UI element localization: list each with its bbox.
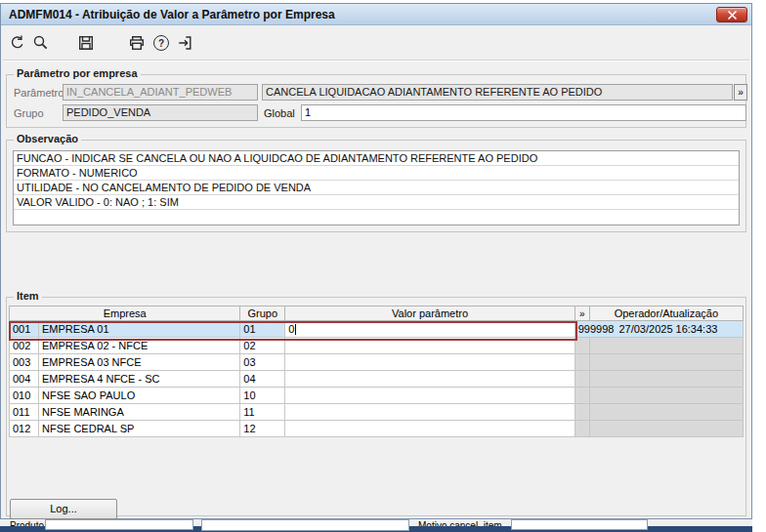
cell-valor[interactable]: [285, 388, 574, 404]
observacao-group-title: Observação: [14, 133, 81, 144]
param-label: Parâmetro: [14, 87, 64, 99]
valor-edit-cell[interactable]: 0: [285, 321, 574, 338]
window-title: ADMFM014 - Atribuição de Valor a Parâmet…: [9, 8, 335, 21]
table-row[interactable]: 011 NFSE MARINGA 11: [10, 404, 744, 421]
text-caret: [295, 324, 296, 335]
observacao-line[interactable]: VALOR VALIDO - 0: NAO ; 1: SIM: [14, 195, 739, 210]
search-icon: [32, 34, 50, 52]
cell-expand: [574, 388, 589, 404]
cell-expand: [574, 371, 589, 388]
global-label: Global: [264, 107, 295, 119]
close-button[interactable]: [716, 7, 747, 22]
undo-button[interactable]: [8, 33, 27, 53]
observacao-line[interactable]: FORMATO - NUMERICO: [14, 166, 739, 181]
cell-expand: [574, 354, 589, 371]
grid-header-row: Empresa Grupo Valor parâmetro » Operador…: [10, 307, 744, 321]
grupo-field[interactable]: PEDIDO_VENDA: [63, 104, 258, 121]
row-num: 011: [10, 404, 39, 421]
row-num: 002: [10, 338, 39, 354]
cell-empresa[interactable]: NFSE CEDRAL SP: [39, 421, 240, 437]
cell-grupo[interactable]: 02: [240, 338, 285, 354]
background-field[interactable]: [45, 519, 193, 530]
observacao-list: FUNCAO - INDICAR SE CANCELA OU NAO A LIQ…: [13, 150, 740, 225]
screen: ADMFM014 - Atribuição de Valor a Parâmet…: [0, 0, 766, 532]
param-expand-button[interactable]: »: [734, 84, 747, 101]
param-group-title: Parâmetro por empresa: [14, 67, 141, 79]
item-grid: Empresa Grupo Valor parâmetro » Operador…: [9, 306, 744, 437]
operador-code: 999998: [578, 323, 615, 335]
exit-button[interactable]: [176, 33, 195, 53]
observacao-line[interactable]: [14, 210, 739, 225]
cell-empresa[interactable]: EMPRESA 02 - NFCE: [39, 338, 240, 354]
global-field[interactable]: 1: [301, 104, 746, 121]
cell-operador: [589, 338, 743, 354]
col-header-grupo[interactable]: Grupo: [240, 307, 285, 321]
help-icon: ?: [153, 35, 169, 51]
row-num: 004: [10, 371, 39, 388]
table-row[interactable]: 001 EMPRESA 01 01 0 99999827/03/2025 16:…: [10, 321, 744, 338]
param-group: Parâmetro por empresa Parâmetro IN_CANCE…: [6, 74, 746, 128]
table-row[interactable]: 010 NFSE SAO PAULO 10: [10, 388, 744, 404]
cell-empresa[interactable]: EMPRESA 01: [39, 321, 240, 338]
cell-operador: [589, 371, 743, 388]
save-button[interactable]: [76, 33, 96, 53]
cell-valor[interactable]: [285, 354, 574, 371]
search-button[interactable]: [31, 33, 51, 53]
exit-icon: [177, 34, 194, 52]
print-button[interactable]: [127, 33, 147, 53]
close-icon: [727, 11, 738, 20]
table-row[interactable]: 012 NFSE CEDRAL SP 12: [10, 421, 744, 437]
col-header-empresa[interactable]: Empresa: [10, 307, 240, 321]
cell-empresa[interactable]: NFSE SAO PAULO: [39, 388, 240, 404]
cell-valor[interactable]: [285, 338, 574, 354]
row-num: 010: [10, 388, 39, 404]
cell-operador: [589, 388, 743, 404]
table-row[interactable]: 002 EMPRESA 02 - NFCE 02: [10, 338, 744, 354]
print-icon: [128, 34, 146, 52]
cell-operador: [589, 421, 743, 437]
operador-timestamp: 27/03/2025 16:34:33: [618, 323, 717, 335]
log-button[interactable]: Log...: [10, 499, 117, 519]
cell-empresa[interactable]: NFSE MARINGA: [39, 404, 240, 421]
cell-operador[interactable]: 99999827/03/2025 16:34:33: [574, 321, 743, 338]
cell-valor[interactable]: [285, 404, 574, 421]
cell-valor[interactable]: [285, 421, 574, 437]
title-bar[interactable]: ADMFM014 - Atribuição de Valor a Parâmet…: [1, 4, 751, 25]
cell-grupo[interactable]: 04: [240, 371, 285, 388]
cell-empresa[interactable]: EMPRESA 4 NFCE - SC: [39, 371, 240, 388]
background-window: Produto Motivo cancel. item: [0, 519, 752, 532]
col-header-valor[interactable]: Valor parâmetro: [285, 307, 574, 321]
col-header-expand[interactable]: »: [574, 307, 589, 321]
cell-grupo[interactable]: 12: [240, 421, 285, 437]
row-num: 001: [10, 321, 39, 338]
undo-icon: [9, 34, 26, 52]
observacao-line[interactable]: FUNCAO - INDICAR SE CANCELA OU NAO A LIQ…: [14, 151, 739, 166]
cell-empresa[interactable]: EMPRESA 03 NFCE: [39, 354, 240, 371]
col-header-operador[interactable]: Operador/Atualização: [589, 307, 743, 321]
cell-grupo[interactable]: 10: [240, 388, 285, 404]
cell-grupo[interactable]: 11: [240, 404, 285, 421]
row-num: 003: [10, 354, 39, 371]
cell-grupo[interactable]: 01: [240, 321, 285, 338]
help-button[interactable]: ?: [151, 33, 171, 53]
cell-expand: [574, 338, 589, 354]
background-field[interactable]: [201, 519, 409, 531]
toolbar-separator: [3, 60, 749, 61]
save-icon: [77, 34, 95, 52]
dialog-window: ADMFM014 - Atribuição de Valor a Parâmet…: [0, 3, 752, 519]
cell-grupo[interactable]: 03: [240, 354, 285, 371]
param-name-field[interactable]: IN_CANCELA_ADIANT_PEDWEB: [63, 84, 258, 101]
table-row[interactable]: 003 EMPRESA 03 NFCE 03: [10, 354, 744, 371]
cell-valor[interactable]: [285, 371, 574, 388]
param-desc-field[interactable]: CANCELA LIQUIDACAO ADIANTAMENTO REFERENT…: [262, 84, 733, 101]
table-row[interactable]: 004 EMPRESA 4 NFCE - SC 04: [10, 371, 744, 388]
cell-operador: [589, 354, 743, 371]
valor-value: 0: [288, 323, 294, 335]
observacao-group: Observação FUNCAO - INDICAR SE CANCELA O…: [6, 140, 746, 232]
observacao-line[interactable]: UTILIDADE - NO CANCELAMENTO DE PEDIDO DE…: [14, 181, 739, 195]
item-group: Item Empresa Grupo Valor parâmetro » Ope…: [6, 297, 746, 516]
item-group-title: Item: [14, 290, 42, 302]
cell-operador: [589, 404, 743, 421]
cell-expand: [574, 404, 589, 421]
background-field[interactable]: [511, 519, 648, 530]
